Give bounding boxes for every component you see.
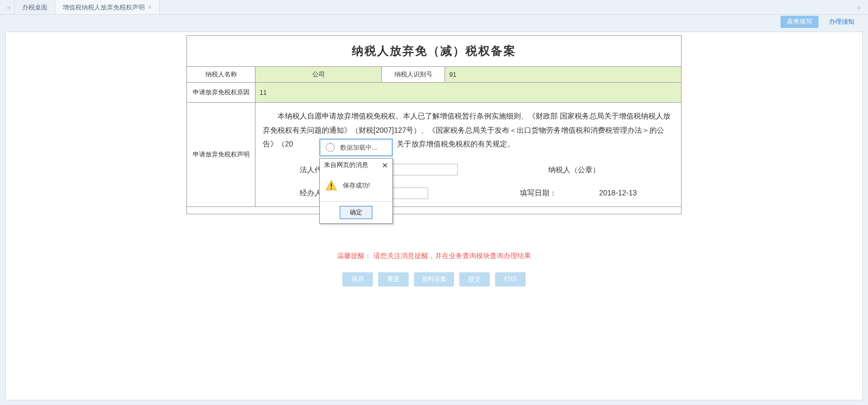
collect-button[interactable]: 资料采集	[414, 272, 454, 287]
tabs-scroll-left-icon[interactable]: «	[3, 0, 15, 14]
label-reason: 申请放弃免税权原因	[187, 83, 255, 103]
svg-rect-1	[331, 183, 332, 187]
tab-label: 办税桌面	[22, 0, 47, 15]
tab-instructions[interactable]: 办理须知	[823, 16, 861, 28]
submit-button[interactable]: 提交	[459, 272, 490, 287]
input-reason[interactable]: 11	[255, 83, 682, 103]
value-taxpayer-id: 91	[445, 67, 682, 83]
reminder-body: 请您关注消息提醒，并在业务查询模块查询办理结果	[373, 252, 531, 260]
dialog-actions: 确定	[320, 201, 392, 223]
spinner-icon	[326, 143, 335, 152]
sub-toolbar: 表单填写 办理须知	[0, 15, 868, 28]
page-title: 纳税人放弃免（减）税权备案	[186, 35, 682, 66]
page-container: 纳税人放弃免（减）税权备案 纳税人名称 公司 纳税人识别号 91 申请放弃免税权…	[5, 32, 863, 400]
tab-strip: « 办税桌面 增值税纳税人放弃免税权声明 × »	[0, 0, 868, 15]
svg-rect-2	[331, 188, 332, 189]
label-statement: 申请放弃免税权声明	[187, 103, 255, 207]
loading-text: 数据加载中...	[340, 143, 377, 152]
value-fill-date: 2018-12-13	[599, 186, 637, 200]
label-fill-date: 填写日期：	[520, 186, 557, 200]
label-taxpayer-name: 纳税人名称	[187, 67, 255, 83]
label-taxpayer-id: 纳税人识别号	[382, 67, 445, 83]
print-button[interactable]: 打印	[495, 272, 526, 287]
reminder-label: 温馨提醒：	[337, 252, 371, 260]
tabs-scroll-right-icon[interactable]: »	[853, 0, 865, 14]
dialog-titlebar: 来自网页的消息 ✕	[320, 159, 392, 172]
close-icon[interactable]: ×	[148, 0, 152, 15]
form-table: 纳税人名称 公司 纳税人识别号 91 申请放弃免税权原因 11 申请放弃免税权声…	[186, 66, 682, 214]
tab-desktop[interactable]: 办税桌面	[14, 0, 55, 14]
dialog-body: 保存成功!	[320, 172, 392, 201]
loading-toast: 数据加载中...	[319, 139, 393, 156]
tab-vat-waiver[interactable]: 增值税纳税人放弃免税权声明 ×	[55, 0, 160, 14]
action-bar: 保存 重置 资料采集 提交 打印	[186, 272, 682, 287]
label-taxpayer-seal: 纳税人（公章）	[548, 163, 600, 177]
tab-label: 增值税纳税人放弃免税权声明	[63, 0, 145, 15]
value-taxpayer-name: 公司	[255, 67, 382, 83]
reminder-text: 温馨提醒： 请您关注消息提醒，并在业务查询模块查询办理结果	[186, 251, 682, 261]
close-icon[interactable]: ✕	[381, 162, 389, 169]
dialog-message: 保存成功!	[343, 181, 370, 190]
form-area: 纳税人放弃免（减）税权备案 纳税人名称 公司 纳税人识别号 91 申请放弃免税权…	[186, 35, 682, 287]
warning-icon	[325, 179, 338, 192]
reset-button[interactable]: 重置	[378, 272, 409, 287]
message-dialog: 来自网页的消息 ✕ 保存成功! 确定	[319, 158, 393, 224]
dialog-ok-button[interactable]: 确定	[340, 206, 372, 219]
save-button[interactable]: 保存	[342, 272, 373, 287]
tab-form-fill[interactable]: 表单填写	[781, 16, 818, 28]
dialog-title-text: 来自网页的消息	[324, 161, 368, 170]
